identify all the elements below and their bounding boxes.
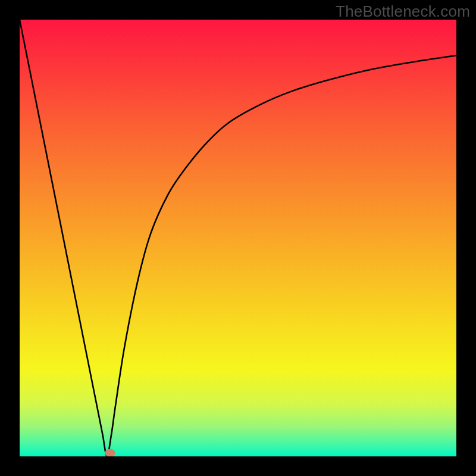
- gradient-background: [20, 20, 456, 456]
- plot-area: [20, 20, 456, 456]
- chart-frame: TheBottleneck.com: [0, 0, 476, 476]
- plot-svg: [20, 20, 456, 456]
- watermark-text: TheBottleneck.com: [336, 2, 470, 21]
